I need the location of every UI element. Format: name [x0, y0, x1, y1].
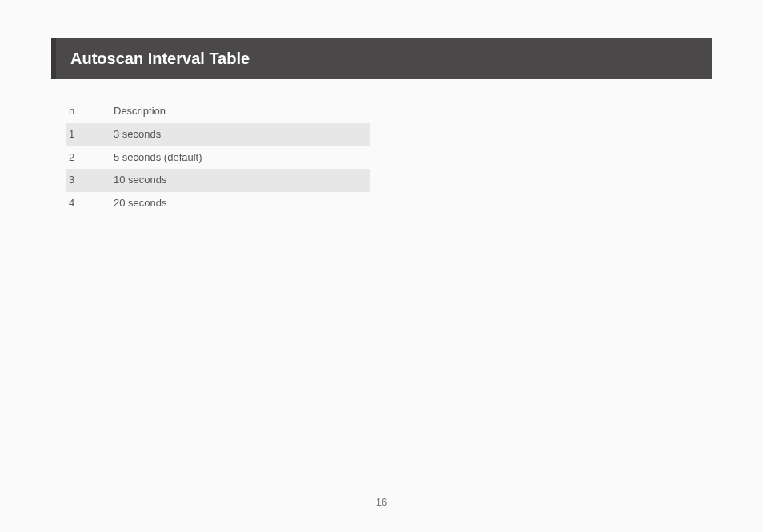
- cell-description: 10 seconds: [114, 172, 363, 189]
- page-number: 16: [0, 496, 763, 508]
- section-title: Autoscan Interval Table: [70, 50, 697, 68]
- table-header-row: n Description: [66, 100, 370, 123]
- header-n: n: [69, 103, 114, 120]
- cell-n: 1: [69, 126, 114, 143]
- section-header: Autoscan Interval Table: [51, 38, 712, 79]
- cell-n: 3: [69, 172, 114, 189]
- cell-description: 20 seconds: [114, 195, 363, 212]
- header-description: Description: [114, 103, 363, 120]
- page-content: Autoscan Interval Table n Description 1 …: [0, 0, 763, 215]
- table-body: n Description 1 3 seconds 2 5 seconds (d…: [66, 100, 370, 215]
- cell-n: 2: [69, 150, 114, 166]
- table-row: 1 3 seconds: [66, 123, 370, 146]
- cell-description: 5 seconds (default): [114, 150, 363, 166]
- table-row: 3 10 seconds: [66, 169, 370, 192]
- cell-description: 3 seconds: [114, 126, 363, 143]
- table-row: 4 20 seconds: [66, 192, 370, 215]
- interval-table: n Description 1 3 seconds 2 5 seconds (d…: [66, 100, 370, 215]
- table-row: 2 5 seconds (default): [66, 146, 370, 170]
- cell-n: 4: [69, 195, 114, 212]
